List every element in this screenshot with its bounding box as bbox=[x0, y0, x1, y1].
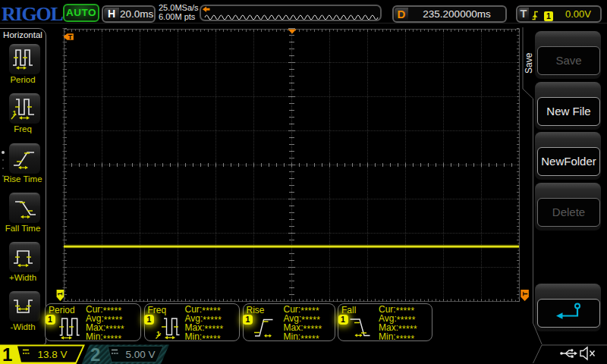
svg-text:13.8 V: 13.8 V bbox=[37, 349, 67, 360]
svg-text:2: 2 bbox=[90, 344, 100, 364]
svg-text:5.00 V: 5.00 V bbox=[125, 349, 155, 360]
svg-text:1: 1 bbox=[2, 344, 12, 364]
svg-text:T: T bbox=[68, 33, 73, 41]
svg-text:1: 1 bbox=[56, 292, 64, 296]
